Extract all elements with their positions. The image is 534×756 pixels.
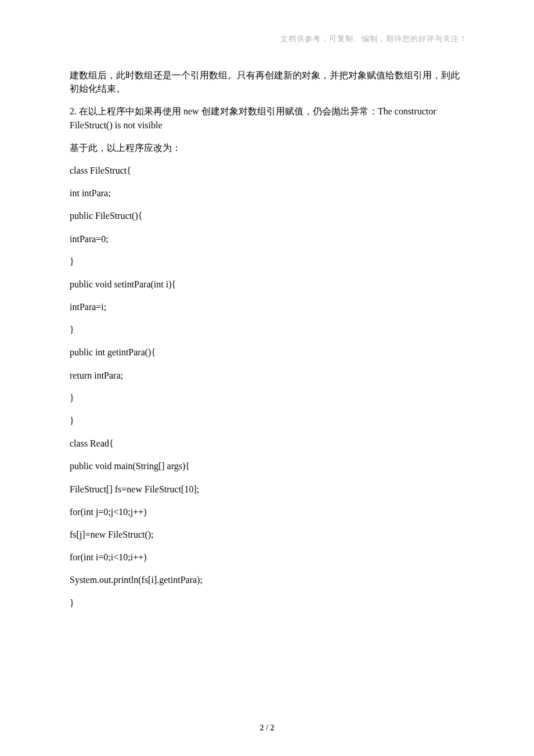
page-header: 文档供参考，可复制、编制，期待您的好评与关注！ [280,34,467,44]
code-line: public int getintPara(){ [70,345,464,359]
paragraph-intro: 基于此，以上程序应改为： [70,141,464,154]
code-line: for(int j=0;j<10;j++) [70,505,464,519]
header-text: 文档供参考，可复制、编制，期待您的好评与关注！ [280,34,467,43]
code-line: } [70,255,464,268]
code-line: } [70,323,464,336]
code-line: return intPara; [70,369,464,382]
document-page: 文档供参考，可复制、编制，期待您的好评与关注！ 建数组后，此时数组还是一个引用数… [0,0,534,756]
page-number: 2 / 2 [260,723,275,732]
code-line: class FileStruct{ [70,164,464,177]
paragraph-note: 2. 在以上程序中如果再使用 new 创建对象对数组引用赋值，仍会抛出异常：Th… [70,105,464,131]
code-line: for(int i=0;i<10;i++) [70,550,464,564]
code-line: intPara=i; [70,300,464,314]
paragraph-continuation: 建数组后，此时数组还是一个引用数组。只有再创建新的对象，并把对象赋值给数组引用，… [70,69,464,95]
page-footer: 2 / 2 [0,723,534,733]
code-line: } [70,596,464,610]
code-line: fs[j]=new FileStruct(); [70,528,464,541]
code-line: } [70,414,464,427]
code-line: int intPara; [70,186,464,200]
code-line: } [70,391,464,405]
code-line: class Read{ [70,437,464,450]
code-line: System.out.println(fs[i].getintPara); [70,573,464,586]
code-line: FileStruct[] fs=new FileStruct[10]; [70,483,464,496]
code-line: intPara=0; [70,232,464,246]
code-line: public void setintPara(int i){ [70,278,464,291]
code-line: public FileStruct(){ [70,209,464,222]
document-content: 建数组后，此时数组还是一个引用数组。只有再创建新的对象，并把对象赋值给数组引用，… [70,69,464,610]
code-line: public void main(String[] args){ [70,459,464,473]
